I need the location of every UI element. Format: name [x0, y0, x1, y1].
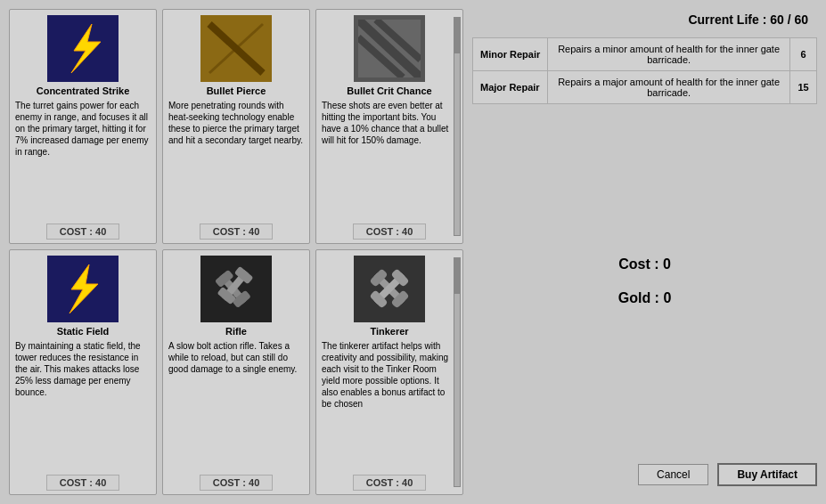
artifact-icon-bullet-pierce: [200, 15, 272, 82]
spacer: [472, 111, 817, 244]
artifact-desc-static-field: By maintaining a static field, the tower…: [15, 340, 151, 470]
artifact-desc-bullet-crit: These shots are even better at hitting t…: [322, 100, 457, 218]
artifact-cost-tinkerer: COST : 40: [353, 475, 427, 491]
major-repair-desc: Repairs a major amount of health for the…: [548, 71, 790, 104]
svg-marker-0: [71, 24, 101, 73]
table-row-major-repair: Major Repair Repairs a major amount of h…: [473, 71, 817, 104]
artifact-card-bullet-crit[interactable]: Bullet Crit Chance These shots are even …: [315, 9, 463, 244]
artifact-cost-rifle: COST : 40: [200, 475, 274, 491]
major-repair-value: 15: [790, 71, 817, 104]
artifact-name-bullet-crit: Bullet Crit Chance: [347, 85, 431, 96]
artifact-cost-static-field: COST : 40: [46, 475, 120, 491]
artifact-icon-bullet-crit: [354, 15, 425, 82]
artifact-card-tinkerer[interactable]: Tinkerer The tinkerer artifact helps wit…: [315, 249, 463, 496]
crit-scroll-thumb[interactable]: [454, 18, 460, 53]
right-panel: Current Life : 60 / 60 Minor Repair Repa…: [472, 9, 817, 495]
spacer2: [472, 319, 817, 451]
artifact-desc-concentrated-strike: The turret gains power for each enemy in…: [15, 100, 151, 218]
artifact-cost-bullet-crit: COST : 40: [353, 224, 427, 240]
artifact-desc-rifle: A slow bolt action rifle. Takes a while …: [168, 340, 304, 470]
gold-display: Gold : 0: [472, 285, 817, 312]
cancel-button[interactable]: Cancel: [638, 464, 708, 485]
artifact-card-concentrated-strike[interactable]: Concentrated Strike The turret gains pow…: [9, 9, 157, 244]
minor-repair-value: 6: [790, 38, 817, 71]
artifact-cost-concentrated-strike: COST : 40: [46, 224, 120, 240]
artifact-card-rifle[interactable]: Rifle A slow bolt action rifle. Takes a …: [162, 249, 310, 496]
artifact-name-rifle: Rifle: [225, 326, 247, 337]
buy-artifact-button[interactable]: Buy Artifact: [717, 463, 817, 486]
table-row-minor-repair: Minor Repair Repairs a minor amount of h…: [473, 38, 817, 71]
artifact-name-bullet-pierce: Bullet Pierce: [207, 85, 266, 96]
major-repair-label: Major Repair: [473, 71, 548, 104]
artifact-icon-tinkerer: [354, 256, 425, 322]
artifact-card-bullet-pierce[interactable]: Bullet Pierce More penetrating rounds wi…: [162, 9, 310, 244]
artifact-cost-bullet-pierce: COST : 40: [200, 224, 274, 240]
artifact-icon-concentrated-strike: [47, 15, 119, 82]
button-row: Cancel Buy Artifact: [472, 458, 817, 492]
minor-repair-desc: Repairs a minor amount of health for the…: [548, 38, 790, 71]
repair-table: Minor Repair Repairs a minor amount of h…: [472, 37, 817, 104]
artifact-name-static-field: Static Field: [57, 326, 110, 337]
cost-display: Cost : 0: [472, 251, 817, 278]
artifact-grid: Concentrated Strike The turret gains pow…: [9, 9, 463, 495]
artifact-icon-static-field: [47, 256, 119, 322]
artifact-desc-tinkerer: The tinkerer artifact helps with creativ…: [322, 340, 457, 470]
minor-repair-label: Minor Repair: [473, 38, 548, 71]
current-life-display: Current Life : 60 / 60: [472, 12, 817, 27]
artifact-desc-bullet-pierce: More penetrating rounds with heat-seekin…: [168, 100, 304, 218]
artifact-name-tinkerer: Tinkerer: [370, 326, 408, 337]
tinkerer-scrollbar[interactable]: [454, 257, 461, 488]
artifact-card-static-field[interactable]: Static Field By maintaining a static fie…: [9, 249, 157, 496]
crit-scrollbar[interactable]: [454, 17, 461, 236]
left-panel: Concentrated Strike The turret gains pow…: [9, 9, 463, 495]
artifact-icon-rifle: [200, 256, 272, 322]
main-container: Concentrated Strike The turret gains pow…: [0, 0, 826, 504]
tinkerer-scroll-thumb[interactable]: [454, 258, 460, 294]
artifact-name-concentrated-strike: Concentrated Strike: [37, 85, 130, 96]
